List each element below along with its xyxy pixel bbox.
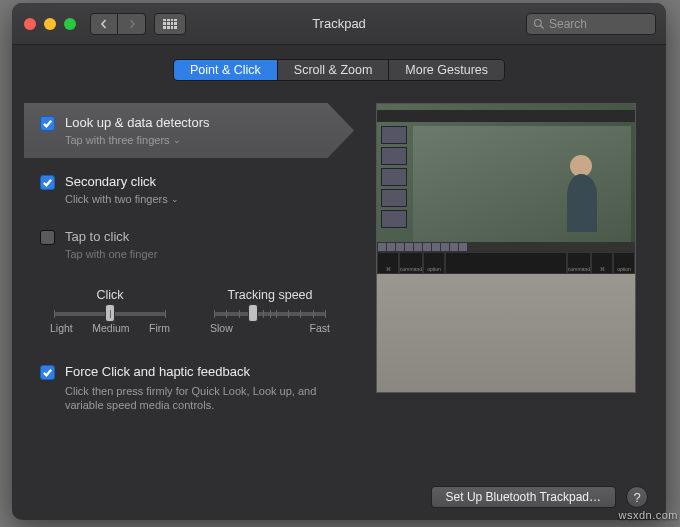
help-button[interactable]: ?	[626, 486, 648, 508]
show-all-button[interactable]	[154, 13, 186, 35]
tap-checkbox[interactable]	[40, 230, 55, 245]
key: command	[399, 252, 423, 274]
forward-button[interactable]	[118, 13, 146, 35]
svg-point-0	[535, 19, 542, 26]
tracking-slider[interactable]	[214, 312, 326, 316]
force-desc: Click then press firmly for Quick Look, …	[65, 384, 335, 414]
secondary-checkbox[interactable]	[40, 175, 55, 190]
chevron-left-icon	[99, 19, 109, 29]
tap-title: Tap to click	[65, 229, 157, 246]
trackpad-preferences-window: Trackpad Search Point & Click Scroll & Z…	[12, 3, 666, 520]
click-slider-label: Click	[50, 288, 170, 302]
svg-line-1	[541, 25, 544, 28]
click-min: Light	[50, 322, 73, 334]
click-slider[interactable]	[54, 312, 166, 316]
watermark: wsxdn.com	[618, 509, 678, 521]
key: ⌘	[591, 252, 613, 274]
setup-bluetooth-button[interactable]: Set Up Bluetooth Trackpad…	[431, 486, 616, 508]
gesture-preview: ⌘ command option command ⌘ option	[376, 103, 636, 393]
minimize-icon[interactable]	[44, 18, 56, 30]
preview-thumbnails	[381, 126, 407, 228]
search-placeholder: Search	[549, 17, 587, 31]
close-icon[interactable]	[24, 18, 36, 30]
key: option	[613, 252, 635, 274]
option-tap-to-click[interactable]: Tap to click Tap with one finger	[32, 219, 356, 270]
tab-scroll-zoom[interactable]: Scroll & Zoom	[278, 60, 390, 80]
zoom-icon[interactable]	[64, 18, 76, 30]
footer: Set Up Bluetooth Trackpad… ?	[431, 486, 648, 508]
grid-icon	[163, 19, 177, 29]
search-icon	[533, 18, 545, 30]
chevron-right-icon	[127, 19, 137, 29]
content-area: Look up & data detectors Tap with three …	[12, 81, 666, 413]
window-title: Trackpad	[312, 16, 366, 31]
preview-laptop-body	[377, 274, 635, 392]
click-mid: Medium	[92, 322, 129, 334]
search-input[interactable]: Search	[526, 13, 656, 35]
option-secondary-click[interactable]: Secondary click Click with two fingers⌄	[32, 164, 356, 215]
tab-bar: Point & Click Scroll & Zoom More Gesture…	[12, 59, 666, 81]
lookup-title: Look up & data detectors	[65, 115, 210, 132]
lookup-checkbox[interactable]	[40, 116, 55, 131]
chevron-down-icon: ⌄	[171, 194, 179, 204]
force-checkbox[interactable]	[40, 365, 55, 380]
option-lookup[interactable]: Look up & data detectors Tap with three …	[24, 103, 354, 158]
tab-point-click[interactable]: Point & Click	[174, 60, 278, 80]
force-title: Force Click and haptic feedback	[65, 364, 335, 381]
click-slider-knob[interactable]	[105, 304, 115, 322]
chevron-down-icon: ⌄	[173, 135, 181, 145]
tracking-slider-label: Tracking speed	[210, 288, 330, 302]
tracking-slider-knob[interactable]	[248, 304, 258, 322]
preview-keyboard: ⌘ command option command ⌘ option	[377, 252, 635, 274]
preview-photo	[413, 126, 631, 242]
secondary-title: Secondary click	[65, 174, 179, 191]
lookup-subtitle[interactable]: Tap with three fingers⌄	[65, 134, 210, 146]
sliders-row: Click Light Medium Firm Tracking speed	[50, 288, 356, 334]
tracking-max: Fast	[310, 322, 330, 334]
window-controls	[24, 18, 76, 30]
tracking-slider-box: Tracking speed Slow Fast	[210, 288, 330, 334]
preview-dock	[377, 242, 635, 252]
option-force-click[interactable]: Force Click and haptic feedback Click th…	[40, 364, 356, 414]
click-slider-box: Click Light Medium Firm	[50, 288, 170, 334]
spacebar-key	[445, 252, 567, 274]
tap-subtitle: Tap with one finger	[65, 248, 157, 260]
person-icon	[541, 144, 613, 234]
tab-more-gestures[interactable]: More Gestures	[389, 60, 504, 80]
key: option	[423, 252, 445, 274]
options-column: Look up & data detectors Tap with three …	[32, 103, 356, 413]
secondary-subtitle[interactable]: Click with two fingers⌄	[65, 193, 179, 205]
preview-screen	[377, 104, 635, 252]
key: ⌘	[377, 252, 399, 274]
tracking-min: Slow	[210, 322, 233, 334]
preview-column: ⌘ command option command ⌘ option	[376, 103, 646, 413]
key: command	[567, 252, 591, 274]
titlebar: Trackpad Search	[12, 3, 666, 45]
click-max: Firm	[149, 322, 170, 334]
nav-buttons	[90, 13, 146, 35]
back-button[interactable]	[90, 13, 118, 35]
svg-point-2	[570, 155, 592, 177]
